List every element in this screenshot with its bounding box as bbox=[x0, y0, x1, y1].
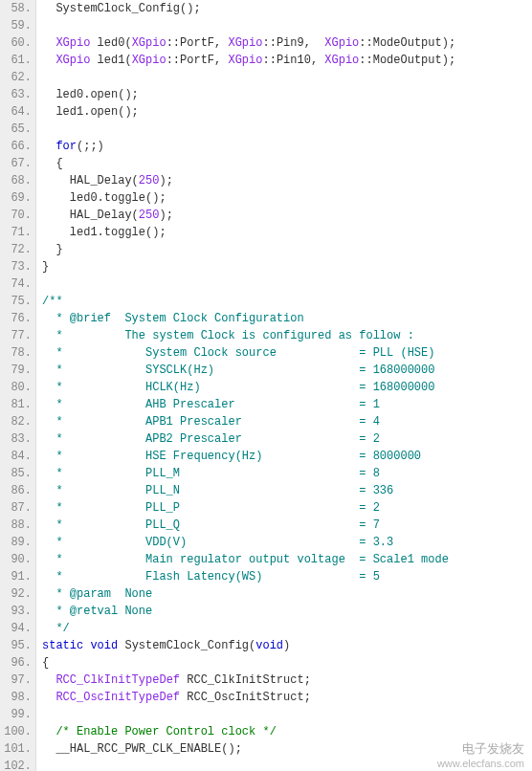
code-line: * Main regulator output voltage = Scale1… bbox=[42, 551, 532, 568]
code-line bbox=[42, 275, 532, 293]
code-line: * PLL_M = 8 bbox=[42, 465, 532, 482]
line-number: 62. bbox=[4, 69, 32, 86]
line-number: 69. bbox=[4, 189, 32, 207]
code-line: * HSE Frequency(Hz) = 8000000 bbox=[42, 448, 532, 465]
code-line bbox=[42, 121, 532, 138]
code-line: led1.toggle(); bbox=[42, 224, 532, 241]
code-line bbox=[42, 706, 532, 723]
line-number: 87. bbox=[4, 499, 32, 517]
code-line: * The system Clock is configured as foll… bbox=[42, 327, 532, 344]
code-line: /** bbox=[42, 293, 532, 310]
code-line: * PLL_N = 336 bbox=[42, 482, 532, 499]
line-number: 92. bbox=[4, 585, 32, 603]
line-number: 84. bbox=[4, 448, 32, 465]
code-line: * APB1 Prescaler = 4 bbox=[42, 413, 532, 430]
line-number: 77. bbox=[4, 327, 32, 344]
code-line: } bbox=[42, 258, 532, 275]
code-line: */ bbox=[42, 620, 532, 637]
code-line: * @param None bbox=[42, 585, 532, 603]
line-number: 70. bbox=[4, 207, 32, 224]
line-number: 89. bbox=[4, 534, 32, 551]
line-number: 80. bbox=[4, 379, 32, 396]
line-number: 102. bbox=[4, 758, 32, 771]
line-number: 82. bbox=[4, 413, 32, 430]
code-line: * AHB Prescaler = 1 bbox=[42, 396, 532, 413]
line-number: 75. bbox=[4, 293, 32, 310]
code-line: { bbox=[42, 155, 532, 172]
line-number: 74. bbox=[4, 275, 32, 293]
code-line: * PLL_P = 2 bbox=[42, 499, 532, 517]
line-number: 99. bbox=[4, 706, 32, 723]
code-line: * HCLK(Hz) = 168000000 bbox=[42, 379, 532, 396]
code-line: * VDD(V) = 3.3 bbox=[42, 534, 532, 551]
line-number: 60. bbox=[4, 34, 32, 52]
line-number: 85. bbox=[4, 465, 32, 482]
line-number: 90. bbox=[4, 551, 32, 568]
line-number: 86. bbox=[4, 482, 32, 499]
code-line: XGpio led0(XGpio::PortF, XGpio::Pin9, XG… bbox=[42, 34, 532, 52]
code-line: * @brief System Clock Configuration bbox=[42, 310, 532, 327]
line-number: 83. bbox=[4, 430, 32, 448]
code-line: * Flash Latency(WS) = 5 bbox=[42, 568, 532, 585]
line-number: 96. bbox=[4, 654, 32, 672]
line-number: 81. bbox=[4, 396, 32, 413]
code-line: static void SystemClock_Config(void) bbox=[42, 637, 532, 654]
code-line bbox=[42, 69, 532, 86]
line-number: 59. bbox=[4, 17, 32, 34]
code-line: * APB2 Prescaler = 2 bbox=[42, 430, 532, 448]
code-line: * PLL_Q = 7 bbox=[42, 517, 532, 534]
line-number: 88. bbox=[4, 517, 32, 534]
line-number: 98. bbox=[4, 689, 32, 706]
line-number: 73. bbox=[4, 258, 32, 275]
code-line: XGpio led1(XGpio::PortF, XGpio::Pin10, X… bbox=[42, 52, 532, 69]
line-number: 61. bbox=[4, 52, 32, 69]
line-number: 97. bbox=[4, 672, 32, 689]
line-number: 93. bbox=[4, 603, 32, 620]
code-line: led0.toggle(); bbox=[42, 189, 532, 207]
line-number: 71. bbox=[4, 224, 32, 241]
line-number: 100. bbox=[4, 723, 32, 740]
line-number: 67. bbox=[4, 155, 32, 172]
code-line: HAL_Delay(250); bbox=[42, 172, 532, 189]
line-number: 63. bbox=[4, 86, 32, 103]
line-number: 95. bbox=[4, 637, 32, 654]
code-line: RCC_ClkInitTypeDef RCC_ClkInitStruct; bbox=[42, 672, 532, 689]
line-number: 66. bbox=[4, 138, 32, 155]
code-line: led1.open(); bbox=[42, 103, 532, 121]
code-line: HAL_Delay(250); bbox=[42, 207, 532, 224]
line-number: 101. bbox=[4, 740, 32, 758]
line-number: 94. bbox=[4, 620, 32, 637]
line-number: 78. bbox=[4, 344, 32, 362]
code-line: SystemClock_Config(); bbox=[42, 0, 532, 17]
code-content: SystemClock_Config(); XGpio led0(XGpio::… bbox=[36, 0, 532, 771]
code-line: __HAL_RCC_PWR_CLK_ENABLE(); bbox=[42, 740, 532, 758]
line-number: 68. bbox=[4, 172, 32, 189]
line-number: 76. bbox=[4, 310, 32, 327]
line-number: 72. bbox=[4, 241, 32, 258]
line-number: 65. bbox=[4, 121, 32, 138]
code-line: for(;;) bbox=[42, 138, 532, 155]
line-number: 91. bbox=[4, 568, 32, 585]
line-number: 79. bbox=[4, 362, 32, 379]
code-line: * SYSCLK(Hz) = 168000000 bbox=[42, 362, 532, 379]
code-viewer: 58.59.60.61.62.63.64.65.66.67.68.69.70.7… bbox=[0, 0, 532, 771]
code-line: } bbox=[42, 241, 532, 258]
code-line bbox=[42, 17, 532, 34]
line-number: 64. bbox=[4, 103, 32, 121]
line-number-gutter: 58.59.60.61.62.63.64.65.66.67.68.69.70.7… bbox=[0, 0, 36, 771]
code-line: * System Clock source = PLL (HSE) bbox=[42, 344, 532, 362]
code-line: { bbox=[42, 654, 532, 672]
code-line: /* Enable Power Control clock */ bbox=[42, 723, 532, 740]
code-line: * @retval None bbox=[42, 603, 532, 620]
line-number: 58. bbox=[4, 0, 32, 17]
code-line bbox=[42, 758, 532, 771]
code-line: RCC_OscInitTypeDef RCC_OscInitStruct; bbox=[42, 689, 532, 706]
code-line: led0.open(); bbox=[42, 86, 532, 103]
